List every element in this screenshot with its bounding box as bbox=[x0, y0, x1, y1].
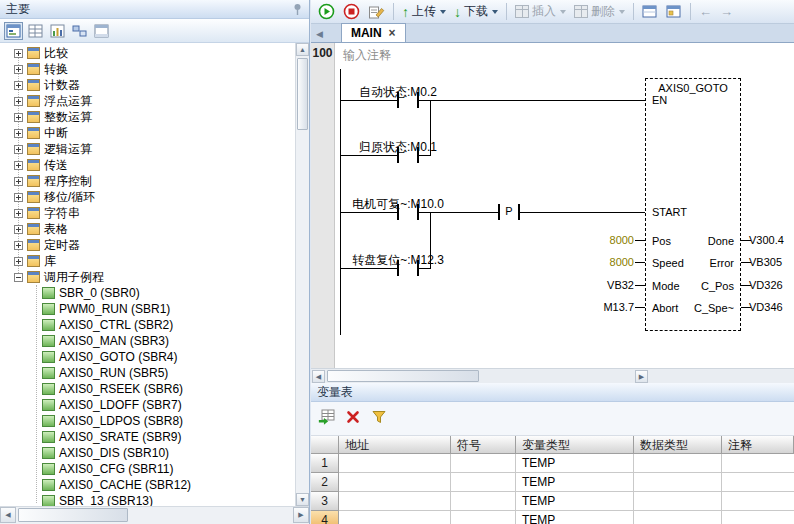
cell-symbol[interactable] bbox=[451, 454, 516, 473]
expand-plus-icon[interactable] bbox=[14, 81, 23, 90]
tree-horizontal-scrollbar[interactable]: ◀ ▶ bbox=[0, 506, 309, 524]
sidebar-item-table[interactable]: 表格 bbox=[0, 221, 296, 237]
cell-address[interactable] bbox=[339, 492, 451, 511]
block-view-icon[interactable] bbox=[70, 22, 89, 40]
scrollbar-thumb[interactable] bbox=[327, 370, 479, 382]
sidebar-item-call-subroutines[interactable]: 调用子例程 bbox=[0, 269, 296, 285]
sidebar-item-float-math[interactable]: 浮点运算 bbox=[0, 93, 296, 109]
expand-plus-icon[interactable] bbox=[14, 177, 23, 186]
insert-row-icon[interactable] bbox=[317, 407, 337, 427]
scroll-left-icon[interactable]: ◀ bbox=[312, 370, 325, 383]
stop-button[interactable] bbox=[340, 2, 363, 21]
chart-view-icon[interactable] bbox=[48, 22, 67, 40]
subroutine-axis0-dis[interactable]: AXIS0_DIS (SBR10) bbox=[0, 445, 296, 461]
sidebar-item-string[interactable]: 字符串 bbox=[0, 205, 296, 221]
subroutine-axis0-srate[interactable]: AXIS0_SRATE (SBR9) bbox=[0, 429, 296, 445]
expand-plus-icon[interactable] bbox=[14, 257, 23, 266]
scroll-left-icon[interactable]: ◀ bbox=[0, 507, 16, 523]
subroutine-sbr-13[interactable]: SBR_13 (SBR13) bbox=[0, 493, 296, 506]
compile-icon[interactable] bbox=[365, 3, 388, 21]
project-tree-view-icon[interactable] bbox=[4, 22, 23, 40]
navigate-forward-icon[interactable]: → bbox=[717, 4, 736, 19]
cell-address[interactable] bbox=[339, 511, 451, 524]
navigate-back-icon[interactable]: ← bbox=[696, 4, 715, 19]
table-view-icon[interactable] bbox=[26, 22, 45, 40]
scroll-up-icon[interactable]: ▲ bbox=[296, 43, 309, 56]
insert-button[interactable]: 插入 bbox=[512, 2, 569, 21]
run-button[interactable] bbox=[315, 2, 338, 21]
input-operand-mode[interactable]: VB32 bbox=[552, 279, 634, 291]
cell-data-type[interactable] bbox=[634, 511, 722, 524]
cell-symbol[interactable] bbox=[451, 473, 516, 492]
network-comment[interactable]: 输入注释 bbox=[343, 47, 391, 64]
pin-icon[interactable] bbox=[292, 3, 303, 16]
pou-window-icon[interactable] bbox=[639, 3, 661, 20]
subroutine-sbr-0[interactable]: SBR_0 (SBR0) bbox=[0, 285, 296, 301]
row-number[interactable]: 4 bbox=[311, 511, 339, 524]
expand-plus-icon[interactable] bbox=[14, 209, 23, 218]
sidebar-item-convert[interactable]: 转换 bbox=[0, 61, 296, 77]
subroutine-axis0-ldpos[interactable]: AXIS0_LDPOS (SBR8) bbox=[0, 413, 296, 429]
cell-var-type[interactable]: TEMP bbox=[516, 454, 634, 473]
cell-data-type[interactable] bbox=[634, 492, 722, 511]
expand-plus-icon[interactable] bbox=[14, 241, 23, 250]
tree-vertical-scrollbar[interactable]: ▲ ▼ bbox=[295, 43, 309, 506]
cell-symbol[interactable] bbox=[451, 511, 516, 524]
expand-plus-icon[interactable] bbox=[14, 49, 23, 58]
contact-motor-resettable[interactable] bbox=[397, 204, 419, 220]
cell-address[interactable] bbox=[339, 454, 451, 473]
sidebar-item-integer-math[interactable]: 整数运算 bbox=[0, 109, 296, 125]
input-operand-speed[interactable]: 8000 bbox=[552, 256, 634, 268]
scroll-right-icon[interactable]: ▶ bbox=[635, 370, 648, 383]
sidebar-item-program-control[interactable]: 程序控制 bbox=[0, 173, 296, 189]
cell-comment[interactable] bbox=[722, 473, 794, 492]
subroutine-pwm0-run[interactable]: PWM0_RUN (SBR1) bbox=[0, 301, 296, 317]
sidebar-item-shift-rotate[interactable]: 移位/循环 bbox=[0, 189, 296, 205]
subroutine-axis0-run[interactable]: AXIS0_RUN (SBR5) bbox=[0, 365, 296, 381]
subroutine-axis0-ldoff[interactable]: AXIS0_LDOFF (SBR7) bbox=[0, 397, 296, 413]
editor-horizontal-scrollbar[interactable]: ◀ ▶ bbox=[311, 368, 794, 383]
subroutine-axis0-rseek[interactable]: AXIS0_RSEEK (SBR6) bbox=[0, 381, 296, 397]
cell-var-type[interactable]: TEMP bbox=[516, 492, 634, 511]
cell-var-type[interactable]: TEMP bbox=[516, 511, 634, 524]
chevron-down-icon[interactable] bbox=[440, 10, 446, 14]
row-number[interactable]: 3 bbox=[311, 492, 339, 511]
upload-button[interactable]: ↑上传 bbox=[399, 2, 449, 21]
filter-icon[interactable] bbox=[369, 407, 389, 427]
expand-plus-icon[interactable] bbox=[14, 97, 23, 106]
expand-plus-icon[interactable] bbox=[14, 145, 23, 154]
row-number[interactable]: 2 bbox=[311, 473, 339, 492]
subroutine-axis0-ctrl[interactable]: AXIS0_CTRL (SBR2) bbox=[0, 317, 296, 333]
scroll-down-icon[interactable]: ▼ bbox=[296, 493, 309, 506]
cell-comment[interactable] bbox=[722, 454, 794, 473]
cell-address[interactable] bbox=[339, 473, 451, 492]
expand-plus-icon[interactable] bbox=[14, 65, 23, 74]
ladder-editor[interactable]: 100 输入注释 自动状态:M0.2 归原状态:M0.1 电机可 bbox=[311, 43, 794, 368]
symbol-window-icon[interactable] bbox=[663, 3, 685, 20]
delete-button[interactable]: 删除 bbox=[571, 2, 628, 21]
output-operand-error[interactable]: VB305 bbox=[749, 256, 782, 268]
tab-scroll-left-icon[interactable]: ◀ bbox=[314, 29, 327, 42]
output-operand-c-pos[interactable]: VD326 bbox=[749, 279, 783, 291]
scroll-right-icon[interactable]: ▶ bbox=[293, 507, 309, 523]
contact-home-status[interactable] bbox=[397, 147, 419, 163]
cell-data-type[interactable] bbox=[634, 454, 722, 473]
positive-edge-contact[interactable]: P bbox=[498, 204, 520, 220]
subroutine-axis0-cfg[interactable]: AXIS0_CFG (SBR11) bbox=[0, 461, 296, 477]
sidebar-item-libraries[interactable]: 库 bbox=[0, 253, 296, 269]
tab-main[interactable]: MAIN × bbox=[341, 23, 406, 42]
scrollbar-thumb[interactable] bbox=[297, 58, 308, 130]
cell-data-type[interactable] bbox=[634, 473, 722, 492]
sidebar-item-timers[interactable]: 定时器 bbox=[0, 237, 296, 253]
input-operand-abort[interactable]: M13.7 bbox=[552, 301, 634, 313]
expand-plus-icon[interactable] bbox=[14, 225, 23, 234]
function-block-axis0-goto[interactable]: AXIS0_GOTO EN START Pos Speed Mode Abort… bbox=[645, 78, 741, 331]
expand-plus-icon[interactable] bbox=[14, 113, 23, 122]
sidebar-item-compare[interactable]: 比较 bbox=[0, 45, 296, 61]
sidebar-item-move[interactable]: 传送 bbox=[0, 157, 296, 173]
sidebar-item-interrupt[interactable]: 中断 bbox=[0, 125, 296, 141]
chevron-down-icon[interactable] bbox=[492, 10, 498, 14]
contact-turntable-reset[interactable] bbox=[397, 260, 419, 276]
expand-plus-icon[interactable] bbox=[14, 193, 23, 202]
scrollbar-thumb[interactable] bbox=[18, 508, 128, 522]
